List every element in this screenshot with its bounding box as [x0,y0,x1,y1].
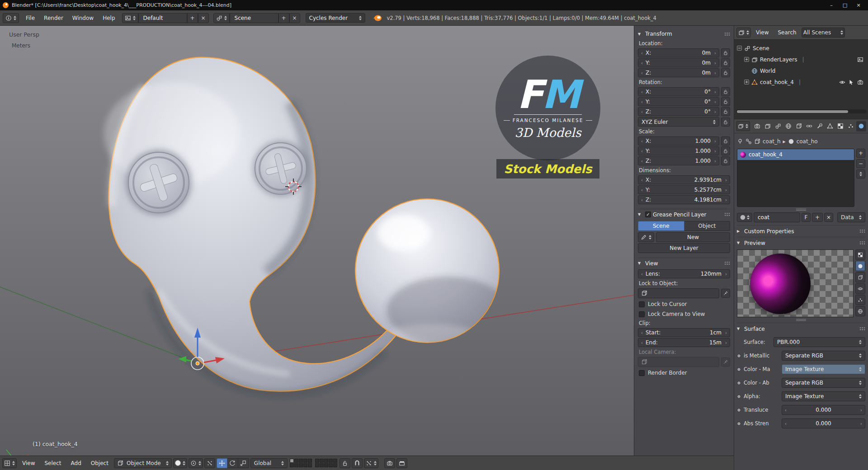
rotation-z-field[interactable]: ‹Z:0°› [638,107,719,116]
scene-delete-button[interactable]: × [289,13,300,23]
color-ma-dropdown[interactable]: Image Texture [782,364,865,374]
opengl-render-animation-button[interactable] [396,458,407,468]
tab-scene[interactable] [773,121,783,132]
pivot-align-toggle[interactable] [204,458,215,468]
snap-element-dropdown[interactable] [364,458,378,468]
layer-cell[interactable] [324,459,328,463]
panel-header-surface[interactable]: ▼ Surface [737,323,865,334]
editor-type-properties-button[interactable] [736,121,750,131]
lock-object-field[interactable] [638,288,719,298]
translucency-slider[interactable]: ‹0.000› [782,405,865,415]
increment-arrow-icon[interactable]: › [724,177,728,183]
screen-layout-delete-button[interactable]: × [198,13,209,23]
menu-add[interactable]: Add [67,456,85,470]
collapse-triangle-icon[interactable]: ▼ [638,212,642,216]
is-metallic-dropdown[interactable]: Separate RGB [782,351,865,361]
scale-x-field[interactable]: ‹X:1.000› [638,136,719,146]
menu-render[interactable]: Render [40,10,67,25]
increment-arrow-icon[interactable]: › [713,158,717,164]
maximize-button[interactable]: □ [838,0,852,10]
panel-header-preview[interactable]: ▼ Preview [737,237,865,249]
tab-render[interactable] [752,121,762,132]
add-slot-button[interactable]: + [856,149,865,158]
collapse-toggle-icon[interactable]: − [737,46,742,51]
lock-location-y-button[interactable] [721,58,730,67]
node-socket-icon[interactable] [737,367,741,371]
node-socket-icon[interactable] [737,408,741,412]
collapse-triangle-icon[interactable]: ▼ [737,327,741,331]
layer-cell[interactable] [299,463,303,467]
rotation-y-field[interactable]: ‹Y:0°› [638,97,719,106]
material-name-field[interactable]: coat [754,212,800,222]
layer-cell[interactable] [329,459,333,463]
preview-hair-button[interactable] [855,295,865,305]
screw-right[interactable] [253,141,309,197]
outliner-item-scene[interactable]: − Scene [736,42,866,54]
scale-z-field[interactable]: ‹Z:1.000› [638,156,719,165]
preview-monkey-button[interactable] [855,283,865,294]
layer-cell[interactable] [308,459,312,463]
item-label[interactable]: Scene [753,45,769,52]
opengl-render-image-button[interactable] [384,458,395,468]
decrement-arrow-icon[interactable]: ‹ [640,109,644,115]
item-label[interactable]: RenderLayers [760,56,797,63]
location-y-field[interactable]: ‹Y:0m› [638,58,719,67]
dimension-z-field[interactable]: ‹Z:4.1981cm› [638,195,730,204]
outliner-item-coat-hook[interactable]: + coat_hook_4 | [736,76,866,88]
increment-arrow-icon[interactable]: › [859,407,863,413]
data-link-dropdown[interactable]: Data [837,212,865,222]
decrement-arrow-icon[interactable]: ‹ [640,197,644,203]
visibility-eye-icon[interactable] [839,79,845,85]
location-z-field[interactable]: ‹Z:0m› [638,68,719,77]
browse-material-button[interactable] [737,213,752,222]
fake-user-button[interactable]: F [802,213,811,222]
menu-outliner-search[interactable]: Search [774,26,800,39]
lock-to-cursor-checkbox[interactable] [639,301,645,307]
editor-type-info-button[interactable] [3,13,19,23]
increment-arrow-icon[interactable]: › [713,60,717,66]
increment-arrow-icon[interactable]: › [713,89,717,95]
preview-world-button[interactable] [855,306,865,316]
menu-object[interactable]: Object [87,456,113,470]
collapse-triangle-icon[interactable]: ▼ [737,241,741,245]
absorption-strength-slider[interactable]: ‹0.000› [782,418,865,428]
unlink-material-button[interactable]: × [824,213,833,222]
resize-handle[interactable] [796,319,806,321]
increment-arrow-icon[interactable]: › [713,138,717,144]
editor-type-outliner-button[interactable] [736,28,751,38]
gp-draw-mode-button[interactable] [638,232,654,242]
panel-header-grease-pencil[interactable]: ▼ ✓ Grease Pencil Layer [638,209,730,220]
menu-outliner-view[interactable]: View [752,26,773,39]
decrement-arrow-icon[interactable]: ‹ [640,89,644,95]
layer-cell[interactable] [299,459,303,463]
grease-pencil-checkbox[interactable]: ✓ [645,212,651,217]
outliner-display-mode-dropdown[interactable]: All Scenes [802,28,845,38]
outliner-item-world[interactable]: World [736,65,866,76]
drag-grip-icon[interactable] [859,229,865,233]
drag-grip-icon[interactable] [724,32,730,36]
lens-field[interactable]: ‹Lens:120mm› [638,269,730,278]
layer-cell[interactable] [324,463,328,467]
scene-add-button[interactable]: + [278,13,289,23]
drag-grip-icon[interactable] [859,241,865,245]
preview-cube-button[interactable] [855,272,865,282]
gp-new-button[interactable]: New [656,232,730,242]
node-socket-icon[interactable] [737,422,741,426]
collapse-triangle-icon[interactable]: ▶ [737,229,741,233]
increment-arrow-icon[interactable]: › [713,148,717,154]
preview-flat-button[interactable] [855,249,865,260]
collapse-triangle-icon[interactable]: ▼ [638,261,642,265]
decrement-arrow-icon[interactable]: ‹ [640,138,644,144]
screen-layout-browse-button[interactable] [122,13,138,23]
menu-view[interactable]: View [18,456,39,470]
panel-header-view[interactable]: ▼ View [638,258,730,268]
expand-toggle-icon[interactable]: + [744,57,749,62]
pivot-point-dropdown[interactable] [189,458,203,468]
selectability-pointer-icon[interactable] [848,79,854,85]
layer-cell[interactable] [294,459,298,463]
decrement-arrow-icon[interactable]: ‹ [784,407,788,413]
layer-cell[interactable] [315,463,319,467]
layer-cell[interactable] [303,463,307,467]
decrement-arrow-icon[interactable]: ‹ [640,60,644,66]
tab-texture[interactable] [835,121,845,132]
